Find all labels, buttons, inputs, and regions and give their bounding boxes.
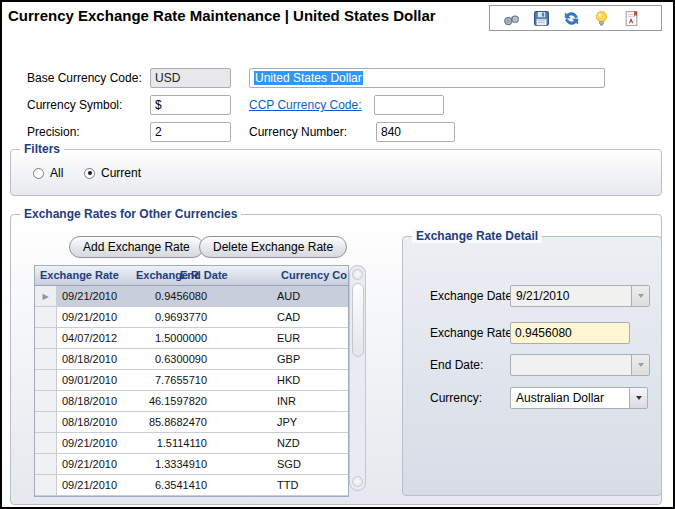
table-row[interactable]: 08/18/20100.6300090GBP: [35, 349, 348, 370]
row-selector: [35, 370, 57, 390]
page-title: Currency Exchange Rate Maintenance | Uni…: [8, 7, 436, 24]
base-currency-code-label: Base Currency Code:: [27, 71, 142, 85]
radio-label: All: [50, 166, 63, 180]
table-row[interactable]: 09/21/20106.3541410TTD: [35, 475, 348, 496]
precision-field[interactable]: [150, 122, 231, 142]
precision-label: Precision:: [27, 125, 80, 139]
scrollbar-thumb[interactable]: [352, 283, 364, 357]
exchange-date-combo[interactable]: 9/21/2010: [510, 285, 650, 307]
chevron-down-icon: [631, 286, 649, 306]
row-selector: [35, 475, 57, 495]
table-row[interactable]: ▶09/21/20100.9456080AUD: [35, 286, 348, 307]
table-row[interactable]: 04/07/20121.5000000EUR: [35, 328, 348, 349]
currency-number-field[interactable]: [376, 122, 455, 142]
exchange-rate-cell: 6.3541410: [143, 479, 209, 491]
row-selector: [35, 454, 57, 474]
radio-label: Current: [101, 166, 141, 180]
currency-code-cell: TTD: [271, 479, 348, 491]
currency-exchange-window: Currency Exchange Rate Maintenance | Uni…: [0, 0, 675, 509]
table-row[interactable]: 08/18/201085.8682470JPY: [35, 412, 348, 433]
exchange-date-cell: 04/07/2012: [57, 332, 143, 344]
exchange-date-value: 9/21/2010: [511, 286, 631, 306]
row-selector: [35, 433, 57, 453]
delete-exchange-rate-button[interactable]: Delete Exchange Rate: [199, 236, 347, 258]
exchange-date-cell: 09/21/2010: [57, 458, 143, 470]
exchange-date-cell: 09/21/2010: [57, 437, 143, 449]
currency-code-cell: GBP: [271, 353, 348, 365]
currency-name-field[interactable]: United States Dollar: [249, 68, 605, 88]
row-selector: [35, 391, 57, 411]
ccp-currency-code-link[interactable]: CCP Currency Code:: [249, 98, 362, 112]
row-selector: [35, 307, 57, 327]
table-row[interactable]: 09/21/20100.9693770CAD: [35, 307, 348, 328]
currency-code-cell: AUD: [271, 290, 348, 302]
selected-text: United States Dollar: [254, 71, 363, 85]
add-exchange-rate-button[interactable]: Add Exchange Rate: [69, 236, 204, 258]
lightbulb-icon[interactable]: [592, 9, 610, 27]
find-icon[interactable]: [502, 9, 520, 27]
exchange-rate-cell: 1.3334910: [143, 458, 209, 470]
currency-combo[interactable]: Australian Dollar: [510, 387, 648, 409]
currency-symbol-field[interactable]: [150, 95, 231, 115]
exchange-rate-grid: Exchange Rate Exchange R End Date Curren…: [34, 265, 349, 497]
exchange-date-label: Exchange Date:: [430, 289, 515, 303]
column-header-end-date[interactable]: End Date: [180, 269, 228, 281]
table-row[interactable]: 09/01/20107.7655710HKD: [35, 370, 348, 391]
exchange-date-cell: 09/21/2010: [57, 479, 143, 491]
exchange-rates-groupbox: Exchange Rates for Other Currencies Add …: [10, 214, 662, 505]
exchange-rate-field[interactable]: [510, 322, 630, 344]
exchange-rate-cell: 1.5114110: [143, 437, 209, 449]
exchange-rate-cell: 0.9456080: [143, 290, 209, 302]
currency-code-cell: JPY: [271, 416, 348, 428]
exchange-rate-cell: 1.5000000: [143, 332, 209, 344]
table-row[interactable]: 09/21/20101.3334910SGD: [35, 454, 348, 475]
exchange-rate-cell: 85.8682470: [143, 416, 209, 428]
exchange-rate-label: Exchange Rate:: [430, 326, 515, 340]
currency-value: Australian Dollar: [511, 388, 629, 408]
row-selector: ▶: [35, 286, 57, 306]
end-date-combo[interactable]: [510, 354, 650, 376]
grid-scrollbar[interactable]: [349, 265, 366, 491]
filter-radio-all[interactable]: All: [33, 166, 63, 180]
scroll-down-button[interactable]: [352, 476, 363, 487]
exchange-date-cell: 08/18/2010: [57, 353, 143, 365]
end-date-label: End Date:: [430, 358, 483, 372]
filters-groupbox: Filters All Current: [10, 149, 662, 196]
ccp-currency-code-field[interactable]: [374, 95, 444, 115]
column-header-currency-code[interactable]: Currency Co: [281, 269, 347, 281]
currency-code-cell: CAD: [271, 311, 348, 323]
exchange-rate-cell: 0.9693770: [143, 311, 209, 323]
exchange-rate-grid-body: ▶09/21/20100.9456080AUD09/21/20100.96937…: [35, 286, 348, 496]
refresh-icon[interactable]: [562, 9, 580, 27]
exchange-date-cell: 09/21/2010: [57, 290, 143, 302]
currency-number-label: Currency Number:: [249, 125, 347, 139]
exchange-rate-cell: 7.7655710: [143, 374, 209, 386]
exchange-rates-title: Exchange Rates for Other Currencies: [20, 207, 241, 221]
exchange-rate-detail-title: Exchange Rate Detail: [412, 229, 542, 243]
row-selector: [35, 349, 57, 369]
currency-code-cell: SGD: [271, 458, 348, 470]
radio-icon: [33, 168, 44, 179]
save-icon[interactable]: [532, 9, 550, 27]
filters-title: Filters: [20, 142, 64, 156]
end-date-value: [511, 355, 631, 375]
chevron-down-icon[interactable]: [629, 388, 647, 408]
radio-icon: [84, 168, 95, 179]
exit-icon[interactable]: [622, 9, 640, 27]
chevron-down-icon: [631, 355, 649, 375]
currency-code-cell: NZD: [271, 437, 348, 449]
currency-code-cell: INR: [271, 395, 348, 407]
scroll-up-button[interactable]: [352, 269, 363, 280]
table-row[interactable]: 09/21/20101.5114110NZD: [35, 433, 348, 454]
grid-header[interactable]: Exchange Rate Exchange R End Date Curren…: [35, 266, 348, 286]
currency-code-cell: HKD: [271, 374, 348, 386]
currency-code-cell: EUR: [271, 332, 348, 344]
filter-radio-current[interactable]: Current: [84, 166, 141, 180]
base-currency-code-field[interactable]: [150, 68, 231, 88]
toolbar: [489, 5, 662, 31]
row-selector: [35, 328, 57, 348]
table-row[interactable]: 08/18/201046.1597820INR: [35, 391, 348, 412]
exchange-date-cell: 08/18/2010: [57, 416, 143, 428]
column-header-exchange-date[interactable]: Exchange Rate: [40, 269, 119, 281]
exchange-date-cell: 09/21/2010: [57, 311, 143, 323]
